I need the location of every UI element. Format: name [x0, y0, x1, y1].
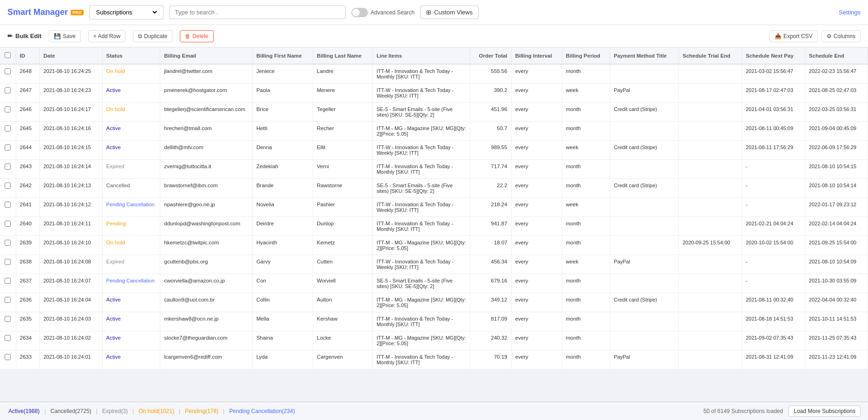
row-checkbox[interactable] — [5, 259, 11, 265]
row-status[interactable]: Active — [102, 141, 160, 160]
select-all-header[interactable] — [0, 47, 16, 64]
row-checkbox-cell[interactable] — [0, 64, 16, 84]
row-checkbox[interactable] — [5, 183, 11, 189]
col-status[interactable]: Status — [102, 47, 160, 64]
row-checkbox[interactable] — [5, 316, 11, 322]
row-status[interactable]: Active — [102, 293, 160, 312]
col-trial-end[interactable]: Schedule Trial End — [678, 47, 742, 64]
col-billing-period[interactable]: Billing Period — [562, 47, 610, 64]
row-email[interactable]: lcargenven6@rediff.com — [160, 350, 252, 369]
col-billing-interval[interactable]: Billing Interval — [511, 47, 562, 64]
col-order-total[interactable]: Order Total — [470, 47, 512, 64]
row-email[interactable]: slocke7@theguardian.com — [160, 331, 252, 350]
row-status[interactable]: Active — [102, 312, 160, 331]
columns-button[interactable]: ⚙ Columns — [822, 30, 861, 42]
add-row-button[interactable]: + Add Row — [88, 30, 125, 42]
row-email[interactable]: hrecheri@tmall.com — [160, 122, 252, 141]
row-checkbox[interactable] — [5, 240, 11, 246]
search-input[interactable] — [169, 6, 346, 19]
row-checkbox[interactable] — [5, 278, 11, 284]
export-csv-button[interactable]: 📤 Export CSV — [769, 30, 818, 42]
row-email[interactable]: mkershaw8@ocn.ne.jp — [160, 312, 252, 331]
col-date[interactable]: Date — [39, 47, 102, 64]
cancelled-status-badge[interactable]: Cancelled(2725) — [50, 407, 92, 415]
advanced-search-toggle[interactable]: Advanced Search — [351, 8, 415, 17]
save-button[interactable]: 💾 Save — [49, 30, 80, 42]
row-status[interactable]: On hold — [102, 236, 160, 255]
col-next-pay[interactable]: Schedule Next Pay — [742, 47, 805, 64]
row-checkbox[interactable] — [5, 354, 11, 360]
row-email[interactable]: hkemetzc@twitpic.com — [160, 236, 252, 255]
row-status[interactable]: Active — [102, 331, 160, 350]
row-checkbox-cell[interactable] — [0, 141, 16, 160]
row-email[interactable]: ddunlopd@washingtonpost.com — [160, 217, 252, 236]
active-status-badge[interactable]: Active(1988) — [7, 407, 40, 415]
row-checkbox-cell[interactable] — [0, 331, 16, 350]
col-email[interactable]: Billing Email — [160, 47, 252, 64]
row-checkbox-cell[interactable] — [0, 217, 16, 236]
delete-button[interactable]: 🗑 Delete — [180, 30, 214, 42]
row-email[interactable]: jlandrel@twitter.com — [160, 64, 252, 84]
entity-select[interactable]: Subscriptions — [94, 8, 158, 16]
row-email[interactable]: gcuttenb@pbs.org — [160, 255, 252, 274]
row-email[interactable]: cworviella@amazon.co.jp — [160, 274, 252, 293]
entity-dropdown[interactable]: Subscriptions — [89, 5, 164, 20]
row-status[interactable]: Expired — [102, 255, 160, 274]
settings-link[interactable]: Settings — [839, 9, 861, 16]
row-checkbox-cell[interactable] — [0, 274, 16, 293]
pending-status-badge[interactable]: Pending(178) — [184, 407, 219, 415]
duplicate-button[interactable]: ⧉ Duplicate — [133, 30, 172, 42]
onhold-status-badge[interactable]: On hold(1021) — [138, 407, 175, 415]
row-email[interactable]: pmenerek@hostgator.com — [160, 84, 252, 103]
col-payment-method[interactable]: Payment Method Title — [610, 47, 679, 64]
row-email[interactable]: caulton9@uol.com.br — [160, 293, 252, 312]
row-status[interactable]: Active — [102, 122, 160, 141]
row-status[interactable]: Pending Cancellation — [102, 274, 160, 293]
row-email[interactable]: npashlere@goo.ne.jp — [160, 198, 252, 217]
row-checkbox[interactable] — [5, 335, 11, 341]
row-checkbox-cell[interactable] — [0, 84, 16, 103]
row-status[interactable]: Active — [102, 84, 160, 103]
table-scroll-area[interactable]: ID Date Status Billing Email Billing Fir… — [0, 47, 868, 401]
col-first-name[interactable]: Billing First Name — [252, 47, 313, 64]
row-status[interactable]: Pending — [102, 217, 160, 236]
row-checkbox-cell[interactable] — [0, 255, 16, 274]
row-checkbox-cell[interactable] — [0, 312, 16, 331]
row-checkbox-cell[interactable] — [0, 236, 16, 255]
row-status[interactable]: On hold — [102, 64, 160, 84]
row-checkbox[interactable] — [5, 106, 11, 112]
row-checkbox-cell[interactable] — [0, 122, 16, 141]
row-status[interactable]: Expired — [102, 160, 160, 179]
col-last-name[interactable]: Billing Last Name — [313, 47, 373, 64]
col-id[interactable]: ID — [16, 47, 39, 64]
row-checkbox[interactable] — [5, 125, 11, 131]
row-checkbox[interactable] — [5, 144, 11, 151]
row-checkbox[interactable] — [5, 202, 11, 208]
row-status[interactable]: Pending Cancellation — [102, 198, 160, 217]
col-line-items[interactable]: Line Items — [373, 47, 470, 64]
pending-cancel-status-badge[interactable]: Pending Cancellation(234) — [228, 407, 296, 415]
row-checkbox[interactable] — [5, 297, 11, 303]
row-status[interactable]: Active — [102, 350, 160, 369]
row-email[interactable]: brawstornef@ibm.com — [160, 179, 252, 198]
custom-views-button[interactable]: ⊞ Custom Views — [420, 6, 479, 19]
row-email[interactable]: zvernig@tuttocitta.it — [160, 160, 252, 179]
row-checkbox-cell[interactable] — [0, 350, 16, 369]
col-schedule-end[interactable]: Schedule End — [805, 47, 868, 64]
row-status[interactable]: On hold — [102, 103, 160, 122]
row-checkbox-cell[interactable] — [0, 179, 16, 198]
row-status[interactable]: Cancelled — [102, 179, 160, 198]
row-checkbox-cell[interactable] — [0, 103, 16, 122]
expired-status-badge[interactable]: Expired(3) — [101, 407, 129, 415]
row-checkbox-cell[interactable] — [0, 293, 16, 312]
select-all-checkbox[interactable] — [5, 52, 11, 58]
row-checkbox-cell[interactable] — [0, 198, 16, 217]
row-checkbox[interactable] — [5, 87, 11, 93]
row-checkbox-cell[interactable] — [0, 160, 16, 179]
row-checkbox[interactable] — [5, 68, 11, 74]
toggle-switch[interactable] — [351, 8, 368, 17]
row-email[interactable]: btegellerj@scientificamerican.com — [160, 103, 252, 122]
row-checkbox[interactable] — [5, 164, 11, 170]
row-checkbox[interactable] — [5, 221, 11, 227]
load-more-button[interactable]: Load More Subscriptions — [789, 406, 861, 417]
